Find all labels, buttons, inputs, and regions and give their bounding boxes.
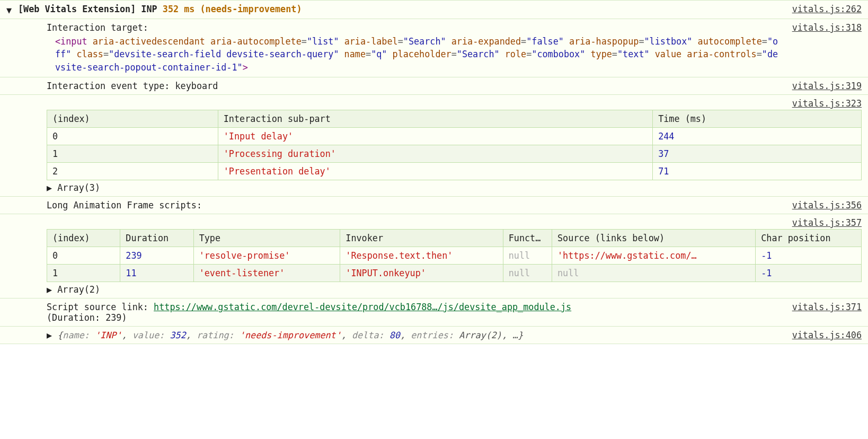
table-row[interactable]: 0'Input delay'244 xyxy=(47,128,862,145)
table-header[interactable]: Funct… xyxy=(503,230,552,247)
table-row[interactable]: 0239'resolve-promise''Response.text.then… xyxy=(47,247,862,265)
source-link[interactable]: vitals.js:319 xyxy=(792,81,862,91)
log-text: Long Animation Frame scripts: xyxy=(47,200,202,210)
disclosure-triangle-right-icon: ▶ xyxy=(47,284,52,295)
log-suffix: (Duration: 239) xyxy=(47,312,127,323)
console-log-row: Script source link: https://www.gstatic.… xyxy=(0,298,868,326)
table-header[interactable]: Time (ms) xyxy=(653,110,862,128)
html-element-source: <input aria-activedescendant aria-autoco… xyxy=(47,33,783,74)
disclosure-triangle-right-icon[interactable]: ▶ xyxy=(47,330,52,340)
log-prefix: [Web Vitals Extension] INP xyxy=(18,4,157,14)
source-link[interactable]: vitals.js:323 xyxy=(792,98,862,109)
console-table-header-row: vitals.js:323 xyxy=(0,94,868,109)
table-row[interactable]: 111'event-listener''INPUT.onkeyup'nullnu… xyxy=(47,265,862,282)
disclosure-triangle-right-icon: ▶ xyxy=(47,182,52,193)
console-log-row: Interaction target: <input aria-activede… xyxy=(0,19,868,77)
log-text: Interaction event type: keyboard xyxy=(47,81,218,91)
console-output: ▼ [Web Vitals Extension] INP 352 ms (nee… xyxy=(0,0,868,344)
table-header[interactable]: Source (links below) xyxy=(552,230,755,247)
table-row[interactable]: 1'Processing duration'37 xyxy=(47,145,862,163)
array-disclosure[interactable]: ▶ Array(3) xyxy=(47,180,862,193)
console-log-row: ▼ [Web Vitals Extension] INP 352 ms (nee… xyxy=(0,0,868,19)
table-header[interactable]: Invoker xyxy=(340,230,503,247)
source-link[interactable]: vitals.js:356 xyxy=(792,200,862,210)
log-prefix: Script source link: xyxy=(47,302,154,312)
table-header[interactable]: Type xyxy=(193,230,340,247)
source-link[interactable]: vitals.js:318 xyxy=(792,22,862,33)
object-summary[interactable]: {name: 'INP', value: 352, rating: 'needs… xyxy=(57,330,523,340)
console-log-row: Long Animation Frame scripts: vitals.js:… xyxy=(0,196,868,214)
table-header[interactable]: Interaction sub-part xyxy=(218,110,652,128)
console-table-header-row: vitals.js:357 xyxy=(0,214,868,228)
table-header[interactable]: Duration xyxy=(120,230,193,247)
source-link[interactable]: vitals.js:371 xyxy=(792,302,862,312)
source-link[interactable]: vitals.js:406 xyxy=(792,330,862,340)
console-object-row: ▶ {name: 'INP', value: 352, rating: 'nee… xyxy=(0,326,868,344)
script-source-link[interactable]: https://www.gstatic.com/devrel-devsite/p… xyxy=(154,302,571,312)
log-metric-value: 352 ms (needs-improvement) xyxy=(163,4,302,14)
source-link[interactable]: vitals.js:262 xyxy=(792,4,862,14)
table-header[interactable]: (index) xyxy=(47,230,120,247)
disclosure-triangle-down-icon[interactable]: ▼ xyxy=(6,5,12,15)
console-table-row: (index)Interaction sub-partTime (ms)0'In… xyxy=(0,109,868,196)
source-link[interactable]: vitals.js:357 xyxy=(792,217,862,228)
log-label: Interaction target: xyxy=(47,22,148,33)
console-table-row: (index)DurationTypeInvokerFunct…Source (… xyxy=(0,228,868,298)
table-row[interactable]: 2'Presentation delay'71 xyxy=(47,163,862,180)
array-disclosure[interactable]: ▶ Array(2) xyxy=(47,282,862,295)
table-header[interactable]: (index) xyxy=(47,110,218,128)
interaction-subpart-table: (index)Interaction sub-partTime (ms)0'In… xyxy=(47,110,862,180)
table-header[interactable]: Char position xyxy=(756,230,862,247)
loaf-scripts-table: (index)DurationTypeInvokerFunct…Source (… xyxy=(47,229,862,282)
console-log-row: Interaction event type: keyboard vitals.… xyxy=(0,77,868,94)
